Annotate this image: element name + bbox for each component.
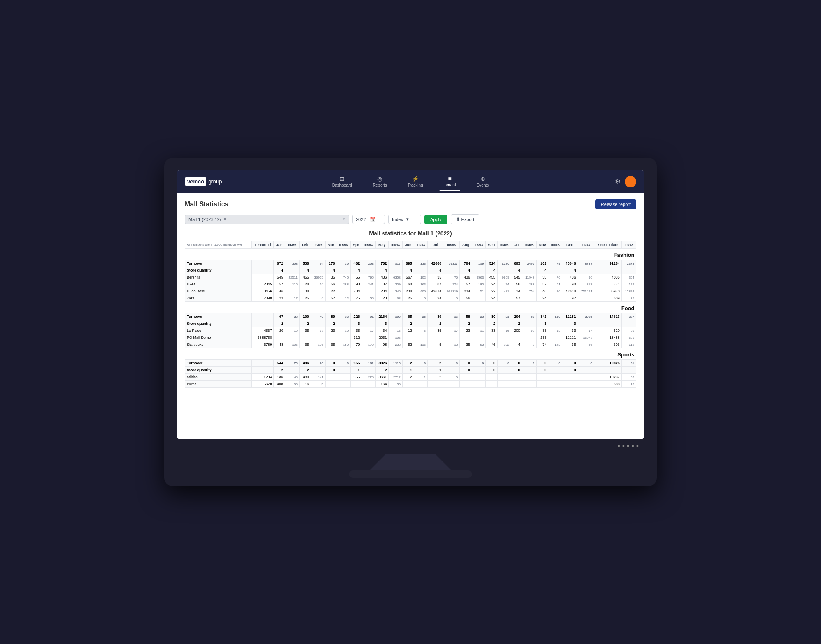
- table-cell: [548, 367, 562, 374]
- table-cell: 46: [486, 341, 498, 348]
- nav-tenant[interactable]: ≡ Tenant: [440, 172, 460, 191]
- table-cell: [522, 334, 537, 341]
- table-cell: 35: [460, 341, 472, 348]
- nav-reports[interactable]: ◎ Reports: [369, 172, 391, 191]
- table-cell: [252, 313, 274, 320]
- table-cell: 226: [351, 313, 362, 320]
- table-cell: 436: [376, 274, 389, 281]
- table-cell: [460, 374, 472, 381]
- apply-button[interactable]: Apply: [424, 215, 447, 224]
- table-cell: 0: [522, 360, 537, 367]
- table-cell: 0: [537, 367, 548, 374]
- table-cell: 4: [311, 295, 325, 302]
- table-cell: 895: [402, 260, 414, 267]
- table-row: Turnover67235853864170354622537825178951…: [185, 260, 636, 267]
- logo-group: group: [208, 178, 222, 185]
- table-cell: 10: [285, 327, 299, 334]
- table-cell: [522, 295, 537, 302]
- filter-dropdown-arrow[interactable]: ▾: [343, 217, 345, 222]
- table-cell: [621, 267, 636, 274]
- table-cell: 2: [402, 320, 414, 327]
- col-jul-idx: Index: [443, 241, 460, 249]
- mall-filter-tag[interactable]: Mall 1 (2023 12) ✕ ▾: [185, 215, 349, 224]
- table-cell: 234: [351, 288, 362, 295]
- table-cell: 80: [486, 313, 498, 320]
- page-header: Mall Statistics Release report: [185, 199, 636, 209]
- table-cell: 2: [402, 360, 414, 367]
- tracking-icon: ⚡: [412, 176, 419, 182]
- table-cell: Turnover: [185, 313, 252, 320]
- table-cell: [443, 267, 460, 274]
- table-cell: 0: [472, 360, 485, 367]
- table-cell: 4: [562, 267, 578, 274]
- table-cell: 241: [362, 281, 375, 288]
- table-cell: 345: [389, 288, 402, 295]
- table-cell: 538: [299, 260, 311, 267]
- avatar[interactable]: [625, 176, 636, 187]
- col-oct: Oct: [511, 241, 522, 249]
- table-cell: 341: [537, 313, 548, 320]
- gear-icon[interactable]: ⚙: [615, 178, 621, 185]
- nav-tracking[interactable]: ⚡ Tracking: [404, 172, 427, 191]
- section-header: Sports: [185, 348, 636, 360]
- table-cell: [497, 367, 511, 374]
- table-cell: 24: [428, 295, 443, 302]
- table-cell: [511, 334, 522, 341]
- table-cell: [472, 320, 485, 327]
- table-cell: 4: [537, 267, 548, 274]
- table-cell: 24: [486, 295, 498, 302]
- table-cell: [337, 267, 350, 274]
- table-cell: 4567: [252, 327, 274, 334]
- table-cell: 234: [376, 288, 389, 295]
- table-cell: 23: [460, 327, 472, 334]
- table-cell: 98: [522, 327, 537, 334]
- navigation: vemco group ⊞ Dashboard ◎ Reports ⚡ Trac…: [177, 170, 644, 193]
- table-cell: 10: [337, 327, 350, 334]
- table-cell: [578, 267, 594, 274]
- table-cell: 46: [274, 288, 285, 295]
- table-cell: [285, 320, 299, 327]
- table-cell: [548, 334, 562, 341]
- table-cell: 1: [414, 374, 427, 381]
- release-report-button[interactable]: Release report: [595, 199, 636, 209]
- table-cell: 795: [362, 274, 375, 281]
- table-cell: Store quantity: [185, 367, 252, 374]
- table-cell: 784: [460, 260, 472, 267]
- table-cell: 2: [274, 320, 285, 327]
- export-button[interactable]: ⬆ Export: [451, 214, 480, 224]
- filter-tag-close[interactable]: ✕: [223, 217, 227, 222]
- year-filter[interactable]: 2022 📅: [352, 215, 385, 224]
- table-cell: 204: [511, 313, 522, 320]
- table-cell: 24: [537, 295, 548, 302]
- nav-events[interactable]: ⊕ Events: [472, 172, 493, 191]
- table-cell: 97: [562, 295, 578, 302]
- table-cell: 89: [325, 313, 337, 320]
- table-cell: 406: [414, 288, 427, 295]
- col-dec-idx: Index: [578, 241, 594, 249]
- table-cell: [414, 381, 427, 388]
- table-cell: [362, 288, 375, 295]
- table-cell: 5678: [252, 381, 274, 388]
- table-cell: [362, 381, 375, 388]
- table-cell: 2: [428, 320, 443, 327]
- table-cell: 16: [299, 381, 311, 388]
- table-cell: 10237: [594, 374, 621, 381]
- table-cell: 51317: [443, 260, 460, 267]
- table-cell: 672: [274, 260, 285, 267]
- table-cell: 112: [621, 341, 636, 348]
- table-cell: [285, 267, 299, 274]
- table-cell: 9563: [472, 274, 485, 281]
- table-cell: PO Mall Demo: [185, 334, 252, 341]
- table-cell: [285, 288, 299, 295]
- col-jun-idx: Index: [414, 241, 427, 249]
- table-cell: 73: [285, 360, 299, 367]
- table-cell: 2164: [376, 313, 389, 320]
- table-cell: 35: [325, 274, 337, 281]
- table-cell: [443, 381, 460, 388]
- table-cell: 4: [428, 267, 443, 274]
- table-cell: 136: [311, 341, 325, 348]
- nav-dashboard[interactable]: ⊞ Dashboard: [328, 172, 356, 191]
- table-cell: Zara: [185, 295, 252, 302]
- index-filter[interactable]: Index ▾: [388, 215, 421, 224]
- table-cell: 66: [578, 341, 594, 348]
